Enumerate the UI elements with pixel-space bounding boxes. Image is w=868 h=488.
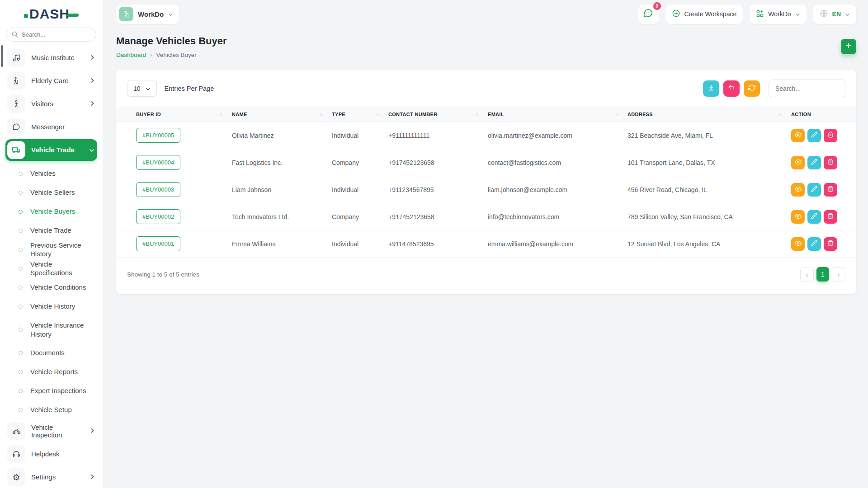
eye-icon bbox=[795, 240, 802, 248]
bullet-icon bbox=[19, 370, 23, 374]
messenger-icon bbox=[7, 118, 25, 136]
sort-icon: ↑↓ bbox=[319, 112, 322, 117]
delete-button[interactable] bbox=[824, 237, 837, 251]
buyer-id-badge: #BUY00003 bbox=[136, 182, 180, 197]
vehicle-trade-submenu: Vehicles Vehicle Sellers Vehicle Buyers … bbox=[5, 162, 97, 420]
edit-button[interactable] bbox=[807, 129, 821, 142]
buyer-type: Individual bbox=[331, 176, 388, 203]
sidebar-subitem-vehicle-buyers[interactable]: Vehicle Buyers bbox=[5, 202, 97, 221]
sidebar-scrollbar-thumb[interactable] bbox=[1, 45, 3, 67]
view-button[interactable] bbox=[791, 237, 805, 251]
buyer-contact: +911478523695 bbox=[388, 230, 487, 258]
trash-icon bbox=[827, 213, 834, 221]
column-header-buyer-id[interactable]: BUYER ID↑↓ bbox=[116, 107, 231, 122]
breadcrumb-dashboard-link[interactable]: Dashboard bbox=[116, 52, 146, 58]
delete-button[interactable] bbox=[824, 129, 837, 142]
sidebar-item-messenger[interactable]: Messenger bbox=[5, 116, 97, 138]
chevron-right-icon bbox=[90, 100, 94, 108]
workspace-switcher[interactable]: WorkDo bbox=[116, 5, 179, 24]
table-row: #BUY00005 Olivia Martinez Individual +91… bbox=[116, 122, 856, 149]
sidebar-search-input[interactable] bbox=[6, 28, 96, 42]
sidebar-subitem-previous-service-history[interactable]: Previous Service History bbox=[5, 240, 97, 259]
buyer-address: 789 Silicon Valley, San Francisco, CA bbox=[627, 203, 791, 230]
messages-button[interactable]: 0 bbox=[638, 5, 659, 24]
logo-dash-icon bbox=[67, 14, 79, 17]
table-footer: Showing 1 to 5 of 5 entries ‹ 1 › bbox=[116, 258, 856, 294]
create-workspace-button[interactable]: Create Workspace bbox=[665, 5, 743, 24]
sidebar-subitem-vehicle-history[interactable]: Vehicle History bbox=[5, 297, 97, 316]
pagination-prev-button[interactable]: ‹ bbox=[800, 267, 814, 282]
buyer-contact: +911234567895 bbox=[388, 176, 487, 203]
add-buyer-button[interactable] bbox=[841, 39, 856, 54]
buyer-address: 321 Beachside Ave, Miami, FL bbox=[627, 122, 791, 149]
delete-button[interactable] bbox=[824, 210, 837, 224]
eye-icon bbox=[795, 131, 802, 140]
bullet-icon bbox=[19, 408, 23, 412]
view-button[interactable] bbox=[791, 210, 805, 224]
motorcycle-icon bbox=[7, 422, 25, 440]
back-button[interactable] bbox=[723, 80, 740, 97]
sidebar-item-helpdesk[interactable]: Helpdesk bbox=[5, 443, 97, 465]
table-search-input[interactable] bbox=[769, 80, 845, 97]
buyer-type: Individual bbox=[331, 230, 388, 258]
edit-button[interactable] bbox=[807, 183, 821, 197]
edit-button[interactable] bbox=[807, 156, 821, 169]
buyer-name: Liam Johnson bbox=[231, 176, 331, 203]
entries-per-page-select[interactable]: 10 bbox=[127, 80, 157, 97]
sidebar-item-settings[interactable]: ⚙ Settings bbox=[5, 466, 97, 488]
brand-logo[interactable]: DASH bbox=[0, 0, 103, 20]
eye-icon bbox=[795, 186, 802, 194]
chevron-down-icon bbox=[146, 85, 151, 92]
edit-button[interactable] bbox=[807, 237, 821, 251]
sidebar-subitem-vehicles[interactable]: Vehicles bbox=[5, 164, 97, 183]
buyer-id-badge: #BUY00002 bbox=[136, 209, 180, 224]
sort-icon: ↑↓ bbox=[615, 112, 618, 117]
download-icon bbox=[708, 84, 715, 93]
buyer-id-badge: #BUY00005 bbox=[136, 128, 180, 143]
workdo-menu-button[interactable]: WorkDo bbox=[750, 5, 806, 24]
buyer-address: 456 River Road, Chicago, IL bbox=[627, 176, 791, 203]
pagination-page-1[interactable]: 1 bbox=[816, 267, 829, 282]
bullet-icon bbox=[19, 286, 23, 290]
language-selector[interactable]: EN bbox=[813, 5, 856, 24]
edit-button[interactable] bbox=[807, 210, 821, 224]
chevron-right-icon bbox=[90, 427, 94, 435]
chevron-down-icon bbox=[168, 10, 173, 18]
buyer-name: Emma Williams bbox=[231, 230, 331, 258]
bullet-icon bbox=[19, 351, 23, 355]
column-header-address[interactable]: ADDRESS↑↓ bbox=[627, 107, 791, 122]
sidebar-item-music-institute[interactable]: Music Institute bbox=[5, 47, 97, 69]
column-header-type[interactable]: TYPE↑↓ bbox=[331, 107, 388, 122]
view-button[interactable] bbox=[791, 129, 805, 142]
sort-icon: ↑↓ bbox=[376, 112, 379, 117]
sidebar-subitem-vehicle-insurance-history[interactable]: Vehicle Insurance History bbox=[5, 316, 97, 343]
column-header-contact-number[interactable]: CONTACT NUMBER↑↓ bbox=[388, 107, 487, 122]
sidebar-item-elderly-care[interactable]: Elderly Care bbox=[5, 70, 97, 92]
sidebar-subitem-documents[interactable]: Documents bbox=[5, 343, 97, 362]
sidebar-subitem-vehicle-trade[interactable]: Vehicle Trade bbox=[5, 221, 97, 240]
refresh-button[interactable] bbox=[744, 80, 760, 97]
sidebar-subitem-vehicle-setup[interactable]: Vehicle Setup bbox=[5, 400, 97, 419]
sidebar-subitem-expert-inspections[interactable]: Expert Inspections bbox=[5, 381, 97, 400]
buyer-contact: +917452123658 bbox=[388, 149, 487, 176]
column-header-email[interactable]: EMAIL↑↓ bbox=[487, 107, 627, 122]
sidebar-item-vehicle-inspection[interactable]: Vehicle Inspection bbox=[5, 420, 97, 442]
view-button[interactable] bbox=[791, 156, 805, 169]
pagination-next-button[interactable]: › bbox=[832, 267, 845, 282]
sidebar-subitem-vehicle-specifications[interactable]: Vehicle Specifications bbox=[5, 259, 97, 278]
sidebar-item-visitors[interactable]: Visitors bbox=[5, 93, 97, 115]
refresh-icon bbox=[748, 84, 755, 93]
delete-button[interactable] bbox=[824, 156, 837, 169]
delete-button[interactable] bbox=[824, 183, 837, 197]
sidebar-subitem-vehicle-conditions[interactable]: Vehicle Conditions bbox=[5, 278, 97, 297]
column-header-action: ACTION bbox=[791, 107, 856, 122]
chevron-down-icon bbox=[89, 146, 94, 154]
sidebar-subitem-vehicle-sellers[interactable]: Vehicle Sellers bbox=[5, 183, 97, 202]
column-header-name[interactable]: NAME↑↓ bbox=[231, 107, 331, 122]
breadcrumb-current: Vehicles Buyer bbox=[156, 52, 196, 58]
sidebar-item-vehicle-trade[interactable]: Vehicle Trade bbox=[5, 139, 97, 161]
export-button[interactable] bbox=[703, 80, 719, 97]
bullet-icon bbox=[19, 210, 23, 214]
sidebar-subitem-vehicle-reports[interactable]: Vehicle Reports bbox=[5, 362, 97, 381]
view-button[interactable] bbox=[791, 183, 805, 197]
